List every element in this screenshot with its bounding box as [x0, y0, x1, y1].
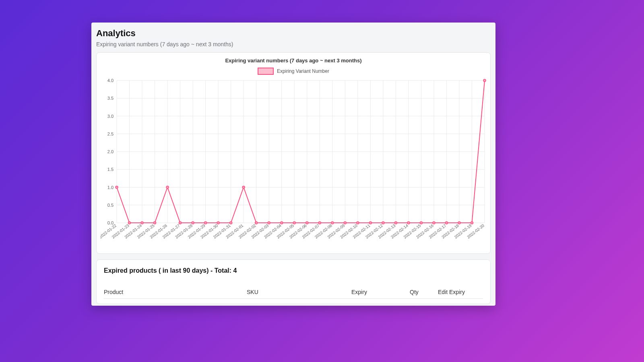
- svg-text:2.5: 2.5: [107, 132, 114, 136]
- chart-card: Expiring variant numbers (7 days ago ~ n…: [96, 52, 491, 254]
- table-header-row: Product SKU Expiry Qty Edit Expiry: [104, 289, 483, 299]
- svg-point-78: [116, 186, 118, 189]
- svg-point-97: [357, 222, 359, 224]
- svg-text:3.5: 3.5: [107, 96, 114, 101]
- analytics-panel: Analytics Expiring variant numbers (7 da…: [91, 23, 495, 306]
- svg-text:1.0: 1.0: [107, 185, 114, 190]
- table-title: Expired products ( in last 90 days) - To…: [104, 267, 483, 274]
- chart-title: Expiring variant numbers (7 days ago ~ n…: [101, 58, 486, 64]
- svg-point-86: [217, 222, 219, 224]
- col-expiry[interactable]: Expiry: [351, 289, 410, 295]
- col-sku[interactable]: SKU: [247, 289, 351, 295]
- svg-point-92: [293, 222, 295, 224]
- svg-text:4.0: 4.0: [107, 78, 114, 83]
- page-title: Analytics: [96, 28, 495, 39]
- chart-legend[interactable]: Expiring Variant Number: [101, 68, 486, 75]
- svg-point-84: [192, 222, 194, 224]
- line-chart[interactable]: 0.00.51.01.52.02.53.03.54.02022-01-22202…: [101, 77, 487, 250]
- svg-text:0.5: 0.5: [107, 203, 114, 208]
- page-subtitle: Expiring variant numbers (7 days ago ~ n…: [96, 41, 495, 47]
- svg-point-95: [331, 222, 334, 224]
- svg-point-85: [204, 222, 207, 224]
- svg-point-91: [281, 222, 283, 224]
- svg-text:1.5: 1.5: [107, 167, 114, 172]
- svg-point-104: [445, 222, 448, 224]
- svg-point-96: [344, 222, 346, 224]
- col-qty[interactable]: Qty: [410, 289, 438, 295]
- svg-point-105: [458, 222, 460, 224]
- svg-point-103: [433, 222, 435, 224]
- svg-point-89: [255, 222, 258, 224]
- col-edit-expiry[interactable]: Edit Expiry: [438, 289, 470, 295]
- svg-point-99: [382, 222, 384, 224]
- svg-point-106: [471, 222, 473, 224]
- svg-point-87: [230, 222, 232, 224]
- svg-point-83: [179, 222, 182, 224]
- gradient-background: Analytics Expiring variant numbers (7 da…: [0, 0, 644, 362]
- col-product[interactable]: Product: [104, 289, 247, 295]
- legend-swatch-icon: [258, 68, 274, 75]
- svg-point-93: [306, 222, 308, 224]
- svg-point-90: [268, 222, 270, 224]
- svg-point-88: [242, 186, 245, 189]
- svg-point-79: [128, 222, 131, 224]
- svg-point-81: [154, 222, 156, 224]
- svg-point-94: [318, 222, 321, 224]
- svg-point-101: [407, 222, 410, 224]
- svg-point-100: [394, 222, 397, 224]
- svg-text:2.0: 2.0: [107, 149, 114, 154]
- svg-point-107: [483, 79, 486, 82]
- svg-point-102: [420, 222, 422, 224]
- svg-point-82: [166, 186, 169, 189]
- legend-label: Expiring Variant Number: [277, 68, 329, 74]
- svg-point-98: [369, 222, 372, 224]
- svg-point-80: [141, 222, 143, 224]
- svg-text:3.0: 3.0: [107, 114, 114, 119]
- expired-products-card: Expired products ( in last 90 days) - To…: [96, 259, 491, 304]
